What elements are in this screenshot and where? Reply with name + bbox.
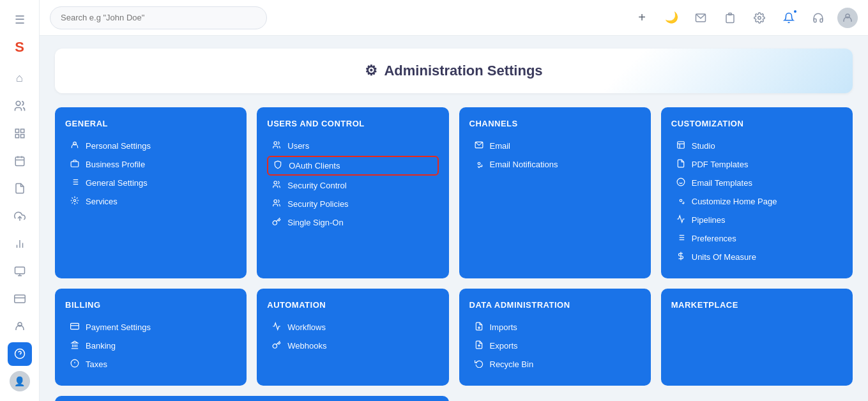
security-policies-item[interactable]: Security Policies	[267, 195, 438, 213]
workflows-item[interactable]: Workflows	[267, 319, 438, 336]
customize-home-page-item[interactable]: Customize Home Page	[671, 193, 842, 210]
svg-point-37	[274, 200, 277, 203]
admin-title: Administration Settings	[384, 63, 542, 79]
subscriptionflow-apps-card: SUBSCRIPTIONFLOW APPS	[55, 396, 449, 401]
calendar-nav[interactable]	[8, 149, 32, 173]
automation-card: AUTOMATION Workflows Webhooks	[257, 289, 448, 386]
person-nav[interactable]	[8, 315, 32, 338]
payment-settings-icon	[69, 322, 80, 333]
email-notifications-item[interactable]: Email Notifications	[469, 156, 641, 173]
security-control-item[interactable]: Security Control	[267, 177, 438, 194]
preferences-item[interactable]: Preferences	[671, 230, 842, 247]
invoice-nav[interactable]	[8, 177, 32, 200]
marketplace-card: MARKETPLACE	[661, 289, 853, 386]
svg-point-35	[274, 142, 277, 145]
users-control-card: USERS AND CONTROL Users OAuth Clients	[257, 107, 448, 278]
security-control-icon	[271, 180, 282, 191]
automation-card-title: AUTOMATION	[267, 300, 438, 310]
svg-rect-16	[14, 295, 25, 303]
general-settings-icon	[69, 178, 80, 188]
channels-card-title: CHANNELS	[469, 119, 641, 128]
billing-card: BILLING Payment Settings Banking	[55, 289, 247, 386]
workflows-icon	[271, 322, 282, 333]
billing-card-title: BILLING	[65, 300, 236, 310]
sidebar: ☰ S ⌂ 👤	[0, 0, 40, 401]
svg-rect-4	[20, 135, 24, 138]
data-admin-card: DATA ADMINISTRATION Imports Exports	[459, 289, 651, 386]
customization-card: CUSTOMIZATION Studio PDF Templates	[661, 107, 853, 278]
email-notifications-icon	[473, 159, 485, 170]
search-input[interactable]	[50, 6, 267, 29]
support-nav[interactable]	[8, 342, 32, 366]
banking-item[interactable]: Banking	[65, 337, 236, 354]
svg-point-24	[758, 16, 761, 19]
exports-icon	[473, 340, 485, 351]
personal-settings-item[interactable]: Personal Settings	[65, 137, 236, 155]
topbar-actions: + 🌙	[632, 8, 858, 28]
card-nav[interactable]	[8, 287, 32, 310]
dark-mode-icon[interactable]: 🌙	[661, 8, 681, 28]
recycle-bin-icon	[473, 359, 485, 370]
grid-nav[interactable]	[8, 122, 32, 146]
main-content: + 🌙 ⚙	[40, 0, 868, 401]
settings-icon[interactable]	[749, 8, 770, 28]
svg-rect-3	[15, 135, 19, 138]
customization-card-title: CUSTOMIZATION	[671, 119, 842, 128]
notifications-icon[interactable]	[779, 8, 799, 28]
email-item-icon	[473, 140, 485, 151]
channels-card: CHANNELS Email Email Notifications	[459, 107, 651, 278]
add-button[interactable]: +	[632, 8, 652, 28]
exports-item[interactable]: Exports	[469, 337, 641, 354]
avatar-nav[interactable]: 👤	[8, 370, 32, 393]
user-avatar-topbar[interactable]	[837, 8, 858, 28]
chart-nav[interactable]	[8, 232, 32, 255]
webhooks-item[interactable]: Webhooks	[267, 337, 438, 354]
taxes-item[interactable]: Taxes	[65, 356, 236, 373]
webhooks-icon	[271, 340, 282, 351]
general-settings-item[interactable]: General Settings	[65, 174, 236, 192]
payment-settings-item[interactable]: Payment Settings	[65, 319, 236, 336]
services-item[interactable]: Services	[65, 193, 236, 210]
marketplace-card-title: MARKETPLACE	[671, 300, 842, 310]
users-nav[interactable]	[8, 94, 32, 117]
users-item-icon	[271, 140, 282, 151]
oauth-clients-icon	[272, 160, 284, 171]
studio-icon	[675, 140, 687, 151]
general-card-title: GENERAL	[65, 119, 236, 128]
home-nav[interactable]: ⌂	[8, 66, 32, 90]
email-templates-icon	[675, 178, 687, 188]
mail-icon[interactable]	[690, 8, 711, 28]
personal-settings-icon	[69, 140, 80, 151]
services-icon	[69, 196, 80, 207]
svg-rect-5	[15, 157, 24, 166]
security-policies-icon	[271, 199, 282, 209]
headset-icon[interactable]	[808, 8, 828, 28]
oauth-clients-item[interactable]: OAuth Clients	[267, 156, 438, 176]
admin-settings-banner: ⚙ Administration Settings	[55, 49, 853, 93]
menu-toggle[interactable]: ☰	[8, 8, 32, 31]
single-sign-on-icon	[271, 217, 282, 228]
upload-nav[interactable]	[8, 204, 32, 228]
screen-nav[interactable]	[8, 259, 32, 283]
taxes-icon	[69, 359, 80, 370]
imports-item[interactable]: Imports	[469, 319, 641, 336]
studio-item[interactable]: Studio	[671, 137, 842, 155]
business-profile-item[interactable]: Business Profile	[65, 156, 236, 173]
email-templates-item[interactable]: Email Templates	[671, 174, 842, 192]
customize-home-icon	[675, 196, 687, 207]
units-of-measure-item[interactable]: Units Of Measure	[671, 248, 842, 266]
topbar: + 🌙	[40, 0, 868, 36]
imports-icon	[473, 322, 485, 333]
svg-rect-1	[15, 129, 19, 132]
content-area: ⚙ Administration Settings GENERAL Person…	[40, 36, 868, 401]
single-sign-on-item[interactable]: Single Sign-On	[267, 214, 438, 231]
app-logo[interactable]: S	[8, 35, 32, 59]
data-admin-title: DATA ADMINISTRATION	[469, 300, 641, 310]
svg-rect-13	[15, 267, 24, 274]
recycle-bin-item[interactable]: Recycle Bin	[469, 356, 641, 373]
users-item[interactable]: Users	[267, 137, 438, 155]
email-item[interactable]: Email	[469, 137, 641, 155]
pipelines-item[interactable]: Pipelines	[671, 211, 842, 229]
clipboard-icon[interactable]	[720, 8, 740, 28]
pdf-templates-item[interactable]: PDF Templates	[671, 156, 842, 173]
